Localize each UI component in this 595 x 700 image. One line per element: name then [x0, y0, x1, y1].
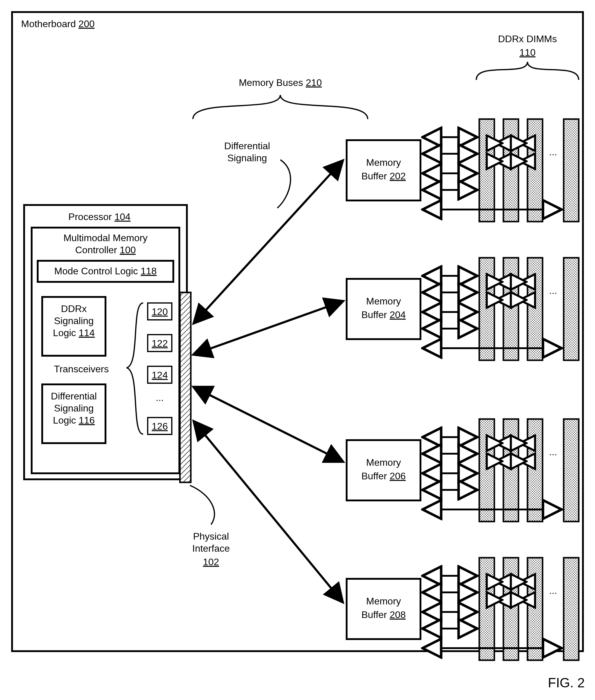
svg-text:120: 120	[151, 306, 168, 317]
svg-text:122: 122	[151, 338, 168, 349]
dimm	[564, 419, 579, 522]
dimm-ellipsis: ...	[549, 585, 557, 596]
svg-text:126: 126	[151, 421, 168, 432]
dimm-ellipsis: ...	[549, 285, 557, 296]
diff-sig-label-2: Signaling	[227, 152, 267, 163]
dimms-ref: 110	[519, 47, 535, 58]
motherboard-label: Motherboard 200	[21, 19, 95, 29]
memory-buffer-box	[347, 140, 421, 200]
ddrx-logic-l3: Logic 114	[53, 327, 95, 338]
dimm-ellipsis: ...	[549, 446, 557, 457]
dimm	[564, 258, 579, 360]
transceiver-120: 120	[148, 303, 172, 320]
dimm-ellipsis: ...	[549, 146, 557, 157]
diff-logic-l1: Differential	[51, 391, 97, 401]
dimm	[528, 558, 543, 660]
dimms-label: DDRx DIMMs	[498, 33, 557, 44]
dimm	[528, 119, 543, 222]
memory-buses-label: Memory Buses 210	[239, 77, 322, 88]
dimm	[503, 419, 518, 522]
memory-buffer-label: Memory	[366, 457, 401, 468]
diff-sig-label-1: Differential	[224, 140, 270, 151]
transceivers-label: Transceivers	[54, 364, 109, 374]
dimm	[528, 258, 543, 360]
dimm	[564, 119, 579, 222]
dimm	[479, 558, 494, 660]
dimm	[479, 119, 494, 222]
phys-if-l2: Interface	[192, 543, 230, 554]
processor-label: Processor 104	[68, 211, 131, 222]
memory-buffer-box	[347, 579, 421, 639]
ddrx-logic-l2: Signaling	[54, 315, 94, 326]
memory-buffer-box	[347, 440, 421, 500]
phys-if-ref: 102	[203, 557, 219, 567]
transceiver-122: 122	[148, 335, 172, 352]
physical-interface	[180, 292, 191, 482]
svg-text:124: 124	[151, 370, 168, 381]
controller-label-2: Controller 100	[75, 245, 136, 255]
diff-logic-l3: Logic 116	[53, 415, 95, 426]
transceiver-124: 124	[148, 366, 172, 383]
memory-buffer-ref: Buffer 208	[361, 609, 406, 620]
controller-label-1: Multimodal Memory	[63, 232, 147, 243]
diff-logic-l2: Signaling	[54, 403, 94, 414]
memory-buffer-label: Memory	[366, 157, 401, 168]
dimm	[479, 419, 494, 522]
figure-label: FIG. 2	[548, 675, 585, 690]
dimm	[503, 119, 518, 222]
dimm	[564, 558, 579, 660]
phys-if-l1: Physical	[193, 531, 229, 542]
memory-buffer-box	[347, 279, 421, 339]
dimm	[528, 419, 543, 522]
memory-buffer-ref: Buffer 202	[361, 171, 406, 181]
memory-buffer-label: Memory	[366, 596, 401, 607]
ddrx-logic-l1: DDRx	[61, 303, 86, 314]
memory-buffer-ref: Buffer 206	[361, 471, 406, 481]
mode-logic-label: Mode Control Logic 118	[54, 265, 157, 276]
dimm	[479, 258, 494, 360]
transceiver-ellipsis: ...	[156, 392, 164, 403]
dimm	[503, 558, 518, 660]
memory-buffer-ref: Buffer 204	[361, 309, 406, 320]
dimm	[503, 258, 518, 360]
transceiver-126: 126	[148, 418, 172, 435]
memory-buffer-label: Memory	[366, 296, 401, 307]
